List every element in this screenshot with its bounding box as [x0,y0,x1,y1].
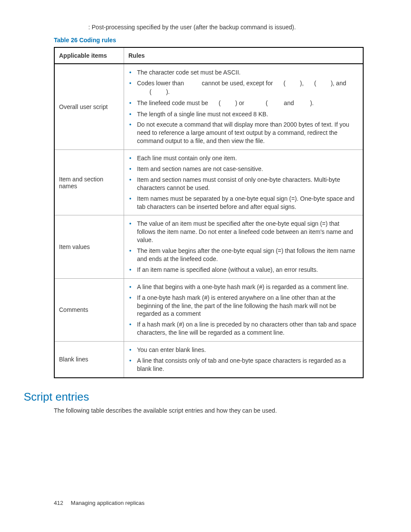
table-row-label: Item values [54,215,124,278]
bullet-item: The linefeed code must be LF (0x0a) or C… [128,99,358,108]
table-row-rules: You can enter blank lines.A line that co… [124,342,364,378]
table-row-label: Comments [54,278,124,341]
bullet-item: Each line must contain only one item. [128,154,358,162]
bullet-item: If an item name is specified alone (with… [128,266,358,274]
bullet-item: If a one-byte hash mark (#) is entered a… [128,294,358,318]
bullet-item: The length of a single line must not exc… [128,110,358,118]
bullet-item: A line that consists only of tab and one… [128,357,358,373]
page-number: 412 [54,500,63,506]
table-row-rules: The value of an item must be specified a… [124,215,364,278]
bullet-item: Item and section names must consist of o… [128,176,358,192]
table-header-rules: Rules [124,47,364,64]
table-row-rules: Each line must contain only one item.Ite… [124,150,364,215]
section-body: The following table describes the availa… [54,407,364,414]
table-row-rules: The character code set must be ASCII.Cod… [124,64,364,150]
intro-text: : Post-processing specified by the user … [54,24,364,31]
table-row: Item valuesThe value of an item must be … [54,215,363,278]
table-row: Item and section namesEach line must con… [54,150,363,215]
table-header-applicable: Applicable items [54,47,124,64]
bullet-item: The value of an item must be specified a… [128,220,358,244]
table-row: Overall user scriptThe character code se… [54,64,363,150]
bullet-item: The item value begins after the one-byte… [128,247,358,263]
table-row-label: Blank lines [54,342,124,378]
bullet-item: Item and section names are not case-sens… [128,165,358,173]
table-row: Blank linesYou can enter blank lines.A l… [54,342,363,378]
bullet-item: Codes lower than 0x20 cannot be used, ex… [128,79,358,96]
bullet-item: Do not execute a command that will displ… [128,121,358,145]
bullet-item: The character code set must be ASCII. [128,68,358,77]
page-container: : Post-processing specified by the user … [0,0,411,532]
bullet-item: You can enter blank lines. [128,346,358,354]
table-row-rules: A line that begins with a one-byte hash … [124,278,364,341]
table-caption: Table 26 Coding rules [54,37,364,44]
table-row-label: Overall user script [54,64,124,150]
coding-rules-table: Applicable items Rules Overall user scri… [54,47,364,378]
footer-title: Managing application replicas [71,500,144,506]
section-heading-script-entries: Script entries [24,390,364,404]
bullet-item: A line that begins with a one-byte hash … [128,283,358,291]
page-footer: 412 Managing application replicas [54,500,145,506]
bullet-item: If a hash mark (#) on a line is preceded… [128,320,358,337]
bullet-item: Item names must be separated by a one-by… [128,195,358,211]
table-row-label: Item and section names [54,150,124,215]
table-row: CommentsA line that begins with a one-by… [54,278,363,341]
